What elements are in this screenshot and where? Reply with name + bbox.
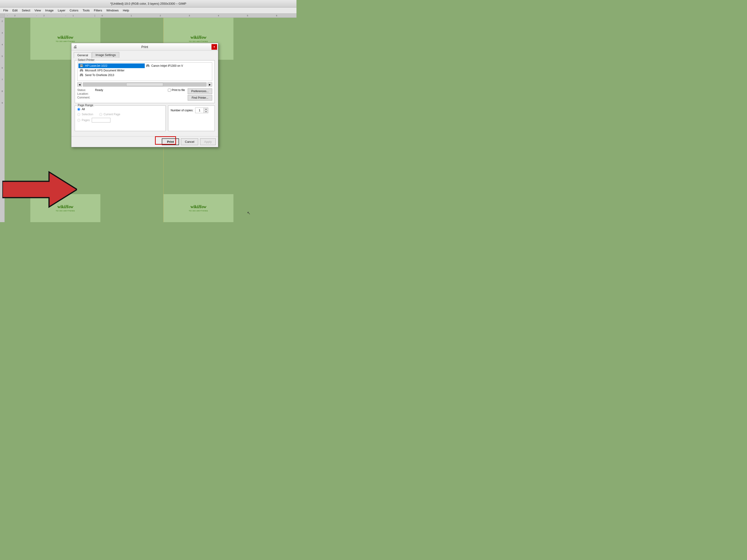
find-printer-button[interactable]: Find Printer... bbox=[188, 95, 212, 101]
svg-rect-8 bbox=[80, 69, 83, 70]
print-to-file-section: Print to file bbox=[166, 88, 187, 92]
copies-spinner[interactable]: ▲ ▼ bbox=[195, 108, 208, 113]
svg-rect-5 bbox=[147, 64, 149, 65]
pages-input[interactable] bbox=[92, 118, 110, 123]
scroll-left[interactable]: ◀ bbox=[77, 82, 82, 86]
menu-colors[interactable]: Colors bbox=[68, 8, 80, 12]
radio-pages[interactable] bbox=[77, 119, 80, 122]
radio-pages-row: Pages: bbox=[77, 118, 163, 123]
cancel-button[interactable]: Cancel bbox=[181, 138, 198, 145]
status-row: Status: Ready bbox=[77, 88, 165, 92]
ruler-horizontal: -3 -2 -1 |0 1 2 3 4 5 6 7 8 bbox=[0, 14, 297, 18]
printer-icon-hp bbox=[79, 64, 83, 68]
menu-layer[interactable]: Layer bbox=[56, 8, 68, 12]
menu-view[interactable]: View bbox=[33, 8, 43, 12]
page-range-group: Page Range All Selection Current Page bbox=[75, 105, 166, 131]
comment-row: Comment: bbox=[77, 96, 165, 99]
menu-edit[interactable]: Edit bbox=[10, 8, 19, 12]
radio-all[interactable] bbox=[77, 108, 80, 111]
copies-group: Number of copies: ▲ ▼ bbox=[168, 105, 215, 131]
printer-name-onenote: Send To OneNote 2013 bbox=[85, 74, 114, 77]
menu-filters[interactable]: Filters bbox=[92, 8, 104, 12]
print-to-file-row: Print to file bbox=[168, 88, 185, 92]
printer-icon-canon bbox=[146, 64, 150, 68]
status-value: Ready bbox=[95, 88, 103, 92]
svg-rect-12 bbox=[80, 75, 82, 76]
preferences-button[interactable]: Preferences... bbox=[188, 88, 212, 94]
printer-name-hp: HP LaserJet 1022 bbox=[85, 64, 107, 68]
canvas-area: 23456789 wikiHow TO DO ANYTHING wikiHow … bbox=[0, 18, 297, 222]
printer-scrollbar[interactable]: ◀ ▶ bbox=[77, 82, 212, 86]
dialog-tabs: General Image Settings bbox=[72, 51, 218, 58]
radio-all-row: All bbox=[77, 108, 163, 111]
menu-bar: File Edit Select View Image Layer Colors… bbox=[0, 7, 297, 14]
svg-rect-11 bbox=[80, 74, 83, 75]
spin-down[interactable]: ▼ bbox=[204, 110, 208, 113]
menu-file[interactable]: File bbox=[1, 8, 10, 12]
radio-selection-label: Selection bbox=[82, 113, 93, 116]
comment-label: Comment: bbox=[77, 96, 94, 99]
menu-select[interactable]: Select bbox=[20, 8, 32, 12]
print-to-file-checkbox[interactable] bbox=[168, 89, 171, 92]
title-bar: *[Untitled]-19.0 (RGB color, 3 layers) 2… bbox=[0, 0, 297, 7]
print-dialog: 🖨 Print × General Image Settings Select … bbox=[71, 43, 218, 147]
copies-row: Number of copies: ▲ ▼ bbox=[171, 108, 212, 113]
printer-item-canon[interactable]: Canon Inkjet iP1300 on V bbox=[145, 63, 211, 68]
bottom-section: Page Range All Selection Current Page bbox=[75, 105, 215, 131]
menu-image[interactable]: Image bbox=[43, 8, 55, 12]
page-range-label: Page Range bbox=[77, 104, 94, 107]
printer-item-hp[interactable]: HP LaserJet 1022 bbox=[78, 63, 145, 68]
print-button[interactable]: Print bbox=[162, 138, 179, 145]
radio-all-label: All bbox=[82, 108, 85, 111]
radio-current-page[interactable] bbox=[99, 113, 102, 116]
select-printer-label: Select Printer bbox=[77, 58, 96, 61]
printer-icon-onenote bbox=[79, 73, 83, 77]
printer-name-xps: Microsoft XPS Document Writer bbox=[85, 69, 124, 72]
svg-rect-2 bbox=[80, 66, 82, 67]
tab-general[interactable]: General bbox=[74, 52, 92, 58]
printer-icon-xps bbox=[79, 69, 83, 72]
cursor-indicator: ↖ bbox=[247, 211, 251, 216]
scroll-right[interactable]: ▶ bbox=[208, 82, 212, 86]
location-row: Location: bbox=[77, 92, 165, 96]
printer-list[interactable]: HP LaserJet 1022 Canon Inkjet iP1300 on … bbox=[77, 62, 212, 81]
menu-windows[interactable]: Windows bbox=[104, 8, 121, 12]
svg-rect-1 bbox=[80, 64, 83, 65]
dialog-close-button[interactable]: × bbox=[211, 44, 217, 50]
printer-item-onenote[interactable]: Send To OneNote 2013 bbox=[78, 73, 211, 77]
apply-button[interactable]: Apply bbox=[200, 138, 216, 145]
printer-grid: HP LaserJet 1022 Canon Inkjet iP1300 on … bbox=[78, 63, 211, 68]
copies-input[interactable] bbox=[196, 108, 204, 113]
radio-selection[interactable] bbox=[77, 113, 80, 116]
menu-help[interactable]: Help bbox=[121, 8, 131, 12]
printer-name-canon: Canon Inkjet iP1300 on V bbox=[151, 64, 183, 68]
dialog-titlebar: 🖨 Print × bbox=[72, 43, 218, 51]
red-arrow-svg bbox=[2, 168, 77, 211]
menu-tools[interactable]: Tools bbox=[81, 8, 92, 12]
status-label: Status: bbox=[77, 88, 94, 92]
ruler-corner bbox=[0, 14, 5, 18]
print-to-file-label: Print to file bbox=[172, 88, 185, 92]
svg-rect-6 bbox=[147, 66, 149, 67]
spin-up[interactable]: ▲ bbox=[204, 108, 208, 110]
radio-pages-label: Pages: bbox=[82, 118, 91, 122]
printer-icon: 🖨 bbox=[73, 45, 77, 49]
info-left: Status: Ready Location: Comment: bbox=[77, 88, 165, 100]
dialog-content: Select Printer HP LaserJet 1022 bbox=[72, 58, 218, 136]
radio-current-page-label: Current Page bbox=[104, 113, 120, 116]
radio-selection-row: Selection Current Page bbox=[77, 113, 163, 116]
tab-image-settings[interactable]: Image Settings bbox=[92, 52, 119, 58]
scroll-thumb bbox=[126, 83, 163, 86]
radio-group: All Selection Current Page Pages: bbox=[77, 108, 163, 123]
wikihow-tile-br: wikiHow TO DO ANYTHING bbox=[163, 194, 233, 222]
printer-item-xps[interactable]: Microsoft XPS Document Writer bbox=[78, 68, 211, 73]
svg-rect-9 bbox=[80, 71, 82, 72]
copies-label: Number of copies: bbox=[171, 109, 193, 112]
dialog-title: Print bbox=[141, 45, 148, 49]
select-printer-group: Select Printer HP LaserJet 1022 bbox=[75, 60, 215, 103]
scroll-track[interactable] bbox=[83, 82, 207, 86]
spinner-arrows: ▲ ▼ bbox=[204, 108, 208, 113]
printer-buttons: Preferences... Find Printer... bbox=[188, 88, 212, 101]
red-arrow-container bbox=[2, 168, 77, 211]
location-label: Location: bbox=[77, 92, 94, 96]
